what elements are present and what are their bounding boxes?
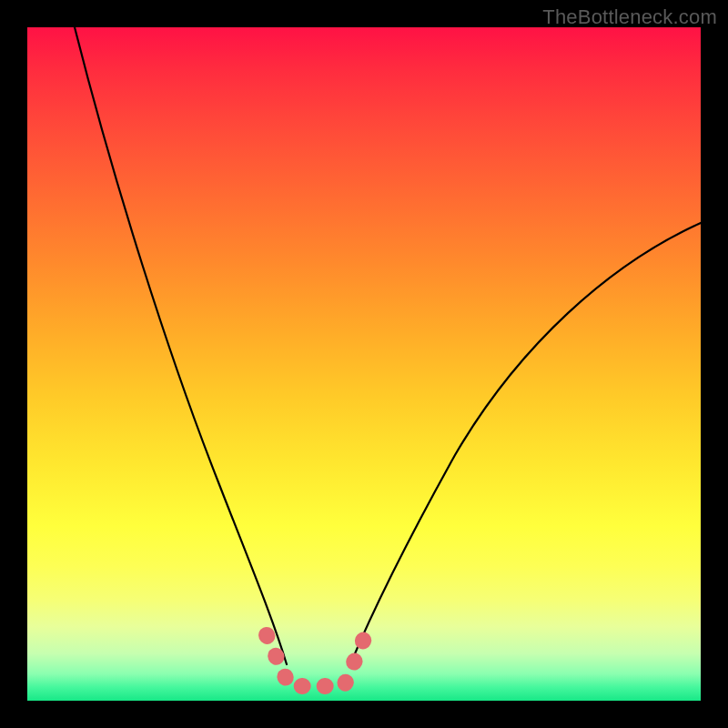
valley-marker bbox=[267, 634, 366, 686]
right-curve bbox=[350, 223, 701, 664]
watermark-text: TheBottleneck.com bbox=[542, 5, 717, 29]
chart-frame: TheBottleneck.com bbox=[0, 0, 728, 728]
curve-layer bbox=[27, 27, 701, 701]
left-curve bbox=[75, 27, 287, 664]
plot-area bbox=[27, 27, 701, 701]
